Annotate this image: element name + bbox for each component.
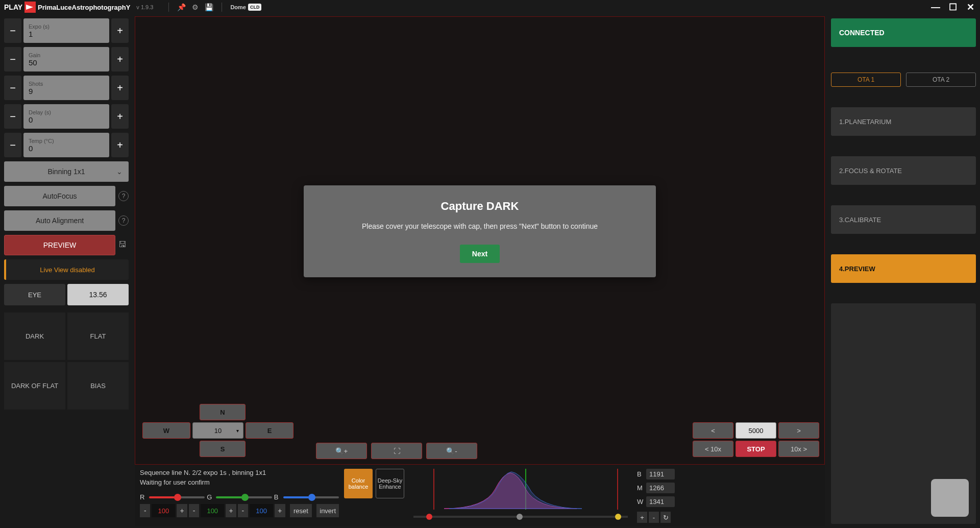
minimize-button[interactable]: — [930,2,941,13]
histogram-black-point[interactable] [426,514,432,520]
bmw-reload[interactable]: ↻ [660,512,671,523]
eye-value[interactable]: 13.56 [67,284,129,305]
separator [168,3,169,12]
preview-button[interactable]: PREVIEW [4,235,115,255]
gain-value: 50 [29,58,104,67]
autofocus-button[interactable]: AutoFocus [4,186,115,206]
r-slider[interactable] [149,496,205,498]
g-value[interactable] [201,504,224,517]
expo-stepper: − Expo (s) 1 + [4,18,129,43]
b-slider[interactable] [283,496,339,498]
bias-button[interactable]: BIAS [67,362,129,410]
fit-icon: ⛶ [394,447,400,455]
b-plus[interactable]: + [275,504,285,517]
r-minus[interactable]: - [140,504,150,517]
sliders-icon[interactable]: ⚙ [192,3,199,11]
focus-out-button[interactable]: > [778,422,819,439]
modal-next-button[interactable]: Next [460,245,500,263]
step-planetarium[interactable]: 1.PLANETARIUM [831,107,976,136]
save-preview-icon[interactable]: 🖫 [118,240,129,250]
gain-field[interactable]: Gain 50 [23,47,109,71]
mid-value[interactable]: 1266 [646,483,675,493]
b-value[interactable] [250,504,273,517]
focus-in-button[interactable]: < [693,422,733,439]
autofocus-help-icon[interactable]: ? [118,191,129,201]
maximize-button[interactable]: ☐ [947,2,959,13]
slider-thumb[interactable] [241,494,249,501]
gain-plus[interactable]: + [111,47,129,71]
white-value[interactable]: 1341 [646,496,675,507]
save-icon[interactable]: 💾 [205,3,213,11]
zoom-in-button[interactable]: 🔍+ [316,443,367,459]
black-value[interactable]: 1191 [646,469,675,479]
temp-minus[interactable]: − [4,133,21,157]
histogram[interactable] [413,469,628,520]
step-preview[interactable]: 4.PREVIEW [831,254,976,283]
app-logo-icon [24,2,36,13]
temp-plus[interactable]: + [111,133,129,157]
slew-speed-select[interactable]: 10 ▾ [192,422,243,439]
zoom-out-button[interactable]: 🔍- [426,443,477,459]
slider-thumb[interactable] [308,494,315,501]
connection-status[interactable]: CONNECTED [831,18,976,47]
west-button[interactable]: W [142,422,190,439]
expo-minus[interactable]: − [4,18,21,43]
b-minus[interactable]: - [238,504,248,517]
pin-icon[interactable]: 📌 [177,3,186,11]
autoalign-help-icon[interactable]: ? [118,215,129,226]
ota2-button[interactable]: OTA 2 [906,73,976,87]
deep-sky-enhance-button[interactable]: Deep-Sky Enhance [376,469,404,498]
histogram-range-bar[interactable] [413,516,628,518]
live-view-status[interactable]: Live View disabled [4,259,129,280]
dark-of-flat-button[interactable]: DARK OF FLAT [4,362,65,410]
ota1-button[interactable]: OTA 1 [831,73,901,87]
binning-select[interactable]: Binning 1x1 ⌄ [4,161,129,182]
delay-minus[interactable]: − [4,104,21,129]
thumbnail-preview[interactable] [931,479,969,517]
bmw-minus[interactable]: - [649,512,659,523]
sequence-line-2: Waiting for user confirm [140,478,339,486]
sequence-line-1: Sequence line N. 2/2 expo 1s , binning 1… [140,469,339,476]
histogram-white-point[interactable] [615,514,621,520]
g-slider[interactable] [216,496,272,498]
b-label: B [274,493,281,501]
shots-field[interactable]: Shots 9 [23,76,109,100]
image-viewer[interactable]: Capture DARK Please cover your telescope… [135,16,825,465]
temp-stepper: − Temp (°C) 0 + [4,133,129,157]
shots-plus[interactable]: + [111,76,129,100]
reset-button[interactable]: reset [290,504,312,517]
temp-field[interactable]: Temp (°C) 0 [23,133,109,157]
dark-button[interactable]: DARK [4,313,65,360]
black-label: B [637,470,644,478]
focus-position[interactable]: 5000 [736,422,776,439]
step-focus-rotate[interactable]: 2.FOCUS & ROTATE [831,156,976,185]
autoalignment-button[interactable]: Auto Alignment [4,210,115,231]
delay-plus[interactable]: + [111,104,129,129]
shots-minus[interactable]: − [4,76,21,100]
r-plus[interactable]: + [177,504,187,517]
r-value[interactable] [152,504,175,517]
slider-thumb[interactable] [174,494,181,501]
g-plus[interactable]: + [226,504,236,517]
step-calibrate[interactable]: 3.CALIBRATE [831,205,976,234]
south-button[interactable]: S [200,441,246,457]
invert-button[interactable]: invert [316,504,339,517]
delay-value: 0 [29,115,104,124]
expo-field[interactable]: Expo (s) 1 [23,18,109,43]
histogram-mid-point[interactable] [517,514,523,520]
fit-button[interactable]: ⛶ [371,443,422,459]
close-button[interactable]: ✕ [965,2,976,13]
flat-button[interactable]: FLAT [67,313,129,360]
focus-out-10x-button[interactable]: 10x > [778,441,819,457]
color-balance-button[interactable]: Color balance [344,469,373,498]
thumbnail-box [831,303,976,524]
focus-stop-button[interactable]: STOP [736,441,776,457]
focus-in-10x-button[interactable]: < 10x [693,441,733,457]
gain-minus[interactable]: − [4,47,21,71]
expo-plus[interactable]: + [111,18,129,43]
north-button[interactable]: N [200,404,246,420]
g-minus[interactable]: - [189,504,199,517]
bmw-plus[interactable]: + [637,512,647,523]
east-button[interactable]: E [246,422,293,439]
delay-field[interactable]: Delay (s) 0 [23,104,109,129]
